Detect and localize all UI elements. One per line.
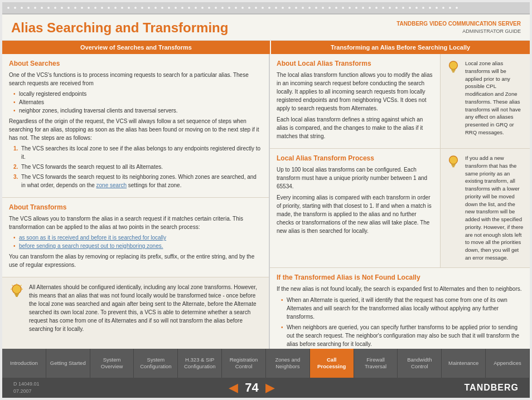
local-alias-process-side-note: If you add a new transform that has the … <box>465 154 524 262</box>
nav-zones-neighbors[interactable]: Zones and Neighbors <box>266 349 310 378</box>
about-transforms-text: The VCS allows you to transform the alia… <box>9 214 262 269</box>
search-neighbors-link[interactable]: before sending a search request out to n… <box>19 243 163 249</box>
nav-registration[interactable]: Registration Control <box>222 349 266 378</box>
about-local-alias-main: About Local Alias Transforms The local a… <box>270 54 441 148</box>
page-bar: D 14049.01 07.2007 ◀ 74 ▶ TANDBERG <box>2 378 530 398</box>
local-alias-process-title: Local Alias Transform Process <box>277 154 433 162</box>
svg-point-0 <box>12 285 21 294</box>
about-transforms-section: About Transforms The VCS allows you to t… <box>2 198 269 277</box>
top-decorative-bar <box>2 2 530 14</box>
numbered-item: The VCS searches its local zone to see i… <box>13 144 262 161</box>
bottom-navigation: Introduction Getting Started System Over… <box>2 349 530 378</box>
svg-rect-2 <box>15 295 18 296</box>
svg-rect-12 <box>452 72 454 73</box>
nav-h323-sip[interactable]: H.323 & SIP Configuration <box>178 349 222 378</box>
page-number: 74 <box>245 381 258 395</box>
nav-introduction[interactable]: Introduction <box>2 349 46 378</box>
not-found-bullets: When an Alternate is queried, it will id… <box>281 296 523 348</box>
svg-rect-10 <box>451 69 455 71</box>
about-local-alias-title: About Local Alias Transforms <box>277 60 433 67</box>
page-header: Alias Searching and Transforming TANDBER… <box>2 14 530 41</box>
nav-system-overview[interactable]: System Overview <box>90 349 134 378</box>
nav-firewall[interactable]: Firewall Traversal <box>354 349 398 378</box>
about-searches-title: About Searches <box>9 60 262 67</box>
svg-rect-11 <box>452 71 455 72</box>
left-column: About Searches One of the VCS's function… <box>2 54 270 349</box>
svg-line-6 <box>21 285 22 286</box>
about-local-alias-section: About Local Alias Transforms The local a… <box>270 54 530 149</box>
page-title: Alias Searching and Transforming <box>11 20 228 36</box>
svg-rect-1 <box>14 293 19 295</box>
svg-rect-3 <box>16 296 18 297</box>
nav-system-configuration[interactable]: System Configuration <box>134 349 178 378</box>
transforms-bullet-list: as soon as it is received and before it … <box>13 233 262 250</box>
svg-rect-14 <box>451 164 455 165</box>
nav-appendices[interactable]: Appendices <box>486 349 530 378</box>
bullet-item: locally registered endpoints <box>13 90 262 98</box>
bullet-item: Alternates <box>13 98 262 106</box>
zone-search-link[interactable]: zone search <box>96 182 127 188</box>
brand-name: TANDBERG VIDEO COMMUNICATION SERVER <box>396 20 521 28</box>
searches-numbered-list: The VCS searches its local zone to see i… <box>13 144 262 189</box>
numbered-item: The VCS forwards the search request to a… <box>13 163 262 171</box>
lightbulb-icon <box>9 283 25 299</box>
nav-bandwidth[interactable]: Bandwidth Control <box>398 349 442 378</box>
bullet-item: When neighbors are queried, you can spec… <box>281 323 523 348</box>
local-alias-process-main: Local Alias Transform Process Up to 100 … <box>270 149 441 267</box>
nav-call-processing[interactable]: Call Processing <box>310 349 354 378</box>
decorative-dots <box>7 6 458 9</box>
right-column: About Local Alias Transforms The local a… <box>270 54 530 349</box>
about-searches-section: About Searches One of the VCS's function… <box>2 54 269 198</box>
numbered-item: The VCS forwards the search request to i… <box>13 173 262 189</box>
footer-brand: TANDBERG <box>465 383 519 393</box>
svg-rect-16 <box>452 167 454 168</box>
bullet-item: before sending a search request out to n… <box>13 242 262 250</box>
content-area: About Searches One of the VCS's function… <box>2 54 530 349</box>
bullet-item: When an Alternate is queried, it will id… <box>281 296 523 321</box>
bullet-item: neighbor zones, including traversal clie… <box>13 106 262 115</box>
if-not-found-title: If the Transformed Alias is Not Found Lo… <box>277 274 523 281</box>
if-not-found-section: If the Transformed Alias is Not Found Lo… <box>270 268 530 349</box>
search-locally-link[interactable]: as soon as it is received and before it … <box>19 235 166 241</box>
next-page-arrow[interactable]: ▶ <box>265 381 275 395</box>
page-navigation: ◀ 74 ▶ <box>229 381 274 395</box>
bullet-item: as soon as it is received and before it … <box>13 233 262 242</box>
lightbulb-icon-right-top <box>446 60 462 75</box>
prev-page-arrow[interactable]: ◀ <box>229 381 238 395</box>
svg-point-9 <box>449 61 458 70</box>
about-searches-text: One of the VCS's functions is to process… <box>9 71 262 189</box>
svg-rect-15 <box>452 165 455 167</box>
bottom-note-text: All Alternates should be configured iden… <box>29 283 262 343</box>
doc-number: D 14049.01 <box>13 381 40 388</box>
doc-info: D 14049.01 07.2007 <box>13 381 40 394</box>
right-col-header: Transforming an Alias Before Searching L… <box>271 41 530 54</box>
nav-maintenance[interactable]: Maintenance <box>442 349 486 378</box>
lightbulb-icon-right-mid <box>446 154 462 170</box>
nav-getting-started[interactable]: Getting Started <box>46 349 90 378</box>
svg-point-13 <box>449 156 458 164</box>
local-alias-process-sidenote: If you add a new transform that has the … <box>441 149 530 267</box>
doc-date: 07.2007 <box>13 388 40 395</box>
left-col-header: Overview of Searches and Transforms <box>2 41 270 54</box>
about-transforms-title: About Transforms <box>9 203 262 211</box>
local-alias-side-note: Local zone alias transforms will be appl… <box>465 60 524 136</box>
column-headers: Overview of Searches and Transforms Tran… <box>2 41 530 54</box>
searches-bullet-list: locally registered endpoints Alternates … <box>13 90 262 115</box>
local-alias-process-section: Local Alias Transform Process Up to 100 … <box>270 149 530 268</box>
about-local-alias-sidenote: Local zone alias transforms will be appl… <box>441 54 530 148</box>
left-bottom-note: All Alternates should be configured iden… <box>2 277 269 349</box>
svg-line-5 <box>12 285 13 286</box>
header-brand: TANDBERG VIDEO COMMUNICATION SERVER ADMI… <box>396 20 521 35</box>
brand-guide: ADMINISTRATOR GUIDE <box>396 28 521 35</box>
